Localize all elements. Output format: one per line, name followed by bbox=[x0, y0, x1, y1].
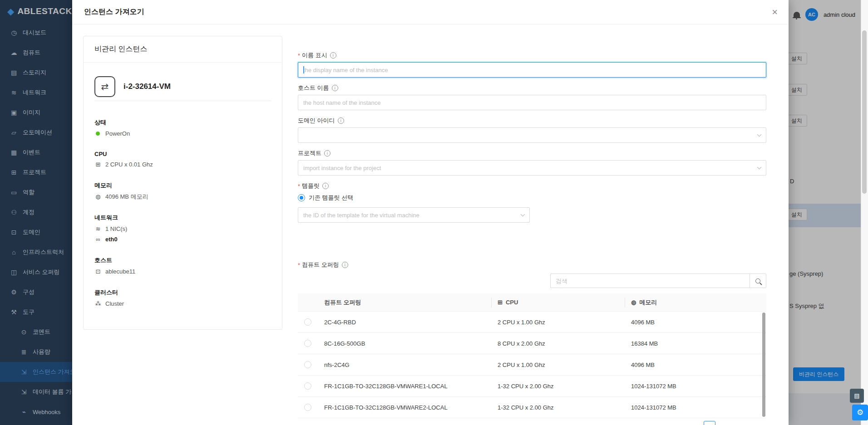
domain-id-select[interactable] bbox=[298, 127, 766, 143]
search-button[interactable] bbox=[750, 274, 766, 288]
memory-bulb-icon: ◍ bbox=[94, 191, 102, 202]
cpu-label: CPU bbox=[94, 151, 271, 157]
instance-name: i-2-32614-VM bbox=[123, 82, 171, 91]
offering-cpu: 2 CPU x 1.00 Ghz bbox=[491, 312, 625, 332]
chevron-down-icon bbox=[757, 132, 762, 137]
host-name-input[interactable] bbox=[298, 95, 766, 110]
cpu-icon: ⊞ bbox=[94, 159, 102, 170]
offering-search-row bbox=[298, 274, 766, 288]
offering-name: 2C-4G-RBD bbox=[318, 319, 491, 326]
page-button[interactable]: 1 bbox=[704, 421, 715, 425]
import-instance-modal: 인스턴스 가져오기 × 비관리 인스턴스 ⇄ i-2-32614-VM 상태 P… bbox=[72, 0, 789, 425]
offering-memory: 1024-131072 MB bbox=[625, 376, 766, 396]
display-name-label-text: 이름 표시 bbox=[302, 51, 327, 59]
compute-offering-table: 컴퓨트 오퍼링 ⊞ CPU ◍ 메모리 2C-4G-RBD bbox=[298, 293, 766, 425]
radio-icon[interactable] bbox=[304, 318, 311, 326]
status-section: 상태 PowerOn bbox=[94, 118, 271, 139]
radio-icon[interactable] bbox=[304, 340, 311, 347]
settings-fab-button[interactable]: ⚙ bbox=[852, 405, 868, 420]
link-icon: ∞ bbox=[94, 234, 102, 244]
modal-body: 비관리 인스턴스 ⇄ i-2-32614-VM 상태 PowerOn CPU bbox=[72, 24, 789, 425]
radio-icon[interactable] bbox=[304, 382, 311, 390]
close-icon[interactable]: × bbox=[772, 7, 778, 17]
host-label: 호스트 bbox=[94, 256, 271, 264]
radio-icon[interactable] bbox=[304, 361, 311, 368]
offering-cpu: 1-32 CPU x 2.00 Ghz bbox=[491, 376, 625, 396]
modal-header: 인스턴스 가져오기 × bbox=[72, 0, 789, 24]
wifi-icon: ≋ bbox=[94, 224, 102, 234]
host-name-field-label: 호스트 이름 i bbox=[298, 84, 766, 92]
info-icon: i bbox=[342, 262, 348, 268]
status-dot-icon bbox=[96, 132, 100, 136]
radio-label: 기존 템플릿 선택 bbox=[309, 194, 353, 202]
radio-icon[interactable] bbox=[304, 404, 311, 411]
cpu-icon: ⊞ bbox=[498, 299, 503, 306]
memory-value: 4096 MB 메모리 bbox=[105, 191, 148, 202]
network-label: 네트워크 bbox=[94, 214, 271, 222]
template-select[interactable]: the ID of the template for the virtual m… bbox=[298, 207, 530, 223]
offering-row[interactable]: 8C-16G-500GB 8 CPU x 2.00 Ghz 16384 MB bbox=[298, 333, 766, 354]
import-form: * 이름 표시 i 호스트 이름 i 도메인 아이디 i bbox=[298, 51, 766, 425]
cluster-icon: ⁂ bbox=[94, 298, 102, 309]
offering-row[interactable]: 2C-4G-RBD 2 CPU x 1.00 Ghz 4096 MB bbox=[298, 312, 766, 333]
existing-template-radio[interactable]: 기존 템플릿 선택 bbox=[298, 193, 766, 203]
column-offering[interactable]: 컴퓨트 오퍼링 bbox=[318, 298, 491, 307]
offering-search-input[interactable] bbox=[550, 274, 750, 288]
select-placeholder: the ID of the template for the virtual m… bbox=[303, 212, 419, 219]
info-icon: i bbox=[332, 85, 338, 91]
offering-row[interactable]: FR-1C1GB-TO-32C128GB-VMWARE1-LOCAL 1-32 … bbox=[298, 376, 766, 397]
offering-cpu: 1-32 CPU x 2.00 Ghz bbox=[491, 397, 625, 418]
pagination: 1 bbox=[298, 421, 766, 425]
template-label-text: 템플릿 bbox=[302, 182, 320, 190]
compute-offering-label-text: 컴퓨트 오퍼링 bbox=[302, 261, 339, 269]
column-cpu[interactable]: ⊞ CPU bbox=[491, 293, 625, 311]
host-section: 호스트 ⊡ ablecube11 bbox=[94, 256, 271, 277]
cpu-value: 2 CPU x 0.01 Ghz bbox=[105, 159, 153, 170]
compute-offering-field-label: * 컴퓨트 오퍼링 i bbox=[298, 261, 766, 269]
template-field-label: * 템플릿 i bbox=[298, 182, 766, 190]
display-name-field-label: * 이름 표시 i bbox=[298, 51, 766, 59]
card-body: ⇄ i-2-32614-VM 상태 PowerOn CPU ⊞ 2 CPU x … bbox=[84, 76, 282, 318]
info-icon: i bbox=[330, 52, 336, 59]
instance-id-row: ⇄ i-2-32614-VM bbox=[94, 76, 271, 97]
status-value: PowerOn bbox=[105, 128, 130, 139]
card-title: 비관리 인스턴스 bbox=[84, 36, 282, 63]
offering-row[interactable]: nfs-2C4G 2 CPU x 1.00 Ghz 4096 MB bbox=[298, 354, 766, 376]
info-icon: i bbox=[324, 150, 330, 156]
cpu-section: CPU ⊞ 2 CPU x 0.01 Ghz bbox=[94, 151, 271, 170]
project-field-label: 프로젝트 i bbox=[298, 149, 766, 157]
page-scrollbar[interactable] bbox=[861, 0, 868, 425]
column-memory[interactable]: ◍ 메모리 bbox=[625, 293, 766, 311]
offering-row[interactable]: FR-1C1GB-TO-32C128GB-VMWARE2-LOCAL 1-32 … bbox=[298, 397, 766, 418]
offering-memory: 4096 MB bbox=[625, 312, 766, 332]
desktop-icon: ⊡ bbox=[94, 266, 102, 277]
table-header: 컴퓨트 오퍼링 ⊞ CPU ◍ 메모리 bbox=[298, 293, 766, 312]
offering-cpu: 2 CPU x 1.00 Ghz bbox=[491, 354, 625, 375]
offering-memory: 16384 MB bbox=[625, 333, 766, 354]
gear-icon: ⚙ bbox=[857, 408, 863, 417]
scrollbar-thumb[interactable] bbox=[862, 30, 867, 194]
offering-memory: 4096 MB bbox=[625, 354, 766, 375]
unmanaged-instance-card: 비관리 인스턴스 ⇄ i-2-32614-VM 상태 PowerOn CPU bbox=[83, 36, 282, 330]
offering-name: FR-1C1GB-TO-32C128GB-VMWARE2-LOCAL bbox=[318, 404, 491, 411]
table-scrollbar[interactable] bbox=[762, 313, 765, 417]
project-select[interactable]: import instance for the project bbox=[298, 160, 766, 176]
memory-bulb-icon: ◍ bbox=[631, 299, 636, 306]
memory-section: 메모리 ◍ 4096 MB 메모리 bbox=[94, 181, 271, 202]
nic-name: eth0 bbox=[105, 234, 118, 244]
required-asterisk: * bbox=[298, 183, 300, 190]
memory-label: 메모리 bbox=[94, 181, 271, 190]
grid-icon: ▤ bbox=[854, 392, 859, 399]
display-name-input[interactable] bbox=[298, 62, 766, 78]
cluster-value: Cluster bbox=[105, 298, 124, 309]
shortcut-button[interactable]: ▤ bbox=[850, 389, 864, 403]
required-asterisk: * bbox=[298, 262, 300, 269]
table-body: 2C-4G-RBD 2 CPU x 1.00 Ghz 4096 MB 8C-16… bbox=[298, 312, 766, 418]
select-placeholder: import instance for the project bbox=[303, 165, 381, 171]
text-caret bbox=[303, 66, 304, 73]
offering-name: FR-1C1GB-TO-32C128GB-VMWARE1-LOCAL bbox=[318, 383, 491, 390]
domain-id-label-text: 도메인 아이디 bbox=[298, 117, 335, 125]
offering-name: 8C-16G-500GB bbox=[318, 340, 491, 347]
nic-count: 1 NIC(s) bbox=[105, 224, 127, 234]
spacer bbox=[298, 229, 766, 261]
